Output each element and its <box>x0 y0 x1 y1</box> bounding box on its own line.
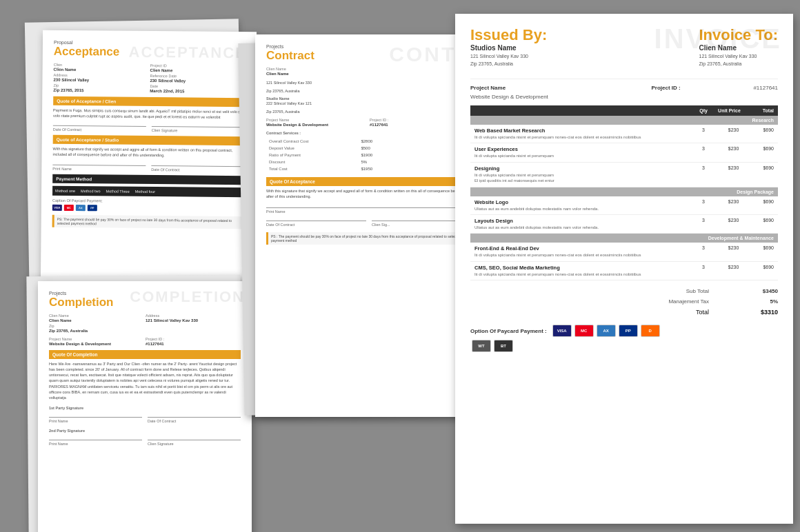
inv-wt-icon: WT <box>472 340 491 352</box>
contract-studio-zip: Zip 23765, Australia <box>266 109 472 114</box>
comp-sig-2: Clien Signature <box>148 442 241 446</box>
sig-line-1 <box>53 125 146 127</box>
method-2: Method two <box>81 189 100 193</box>
zip-value: Zip 23765, 2015 <box>53 88 83 92</box>
table-row: Front-End & Real-End DevIti di volupta s… <box>470 243 778 261</box>
contract-front-card: CONTR Projects Contract Clien Name Clien… <box>255 34 483 417</box>
print-name-1: Print Name <box>52 166 146 171</box>
inv-bt-icon: BT <box>494 340 513 352</box>
invoice-payment-section: Option Of Paycard Payment : VISA MC AX P… <box>470 325 778 337</box>
date-contract-1: Date Of Contract <box>53 127 146 132</box>
sig-line-2 <box>152 126 245 127</box>
ref-label: Reference Date <box>150 74 246 79</box>
sig-line-3 <box>52 164 146 165</box>
studio-addr2: Zip 23765, Australia <box>470 61 547 68</box>
section-header-design-package: Design Package <box>470 187 778 196</box>
contract-services-label: Contract Services : <box>266 131 472 135</box>
deposit-row: Deposit Value $500 <box>268 145 470 151</box>
quote-completion-body: Here We Are -namwenamus au 3' Party and … <box>49 361 241 401</box>
total-cost-row: Total Cost $1950 <box>268 166 470 172</box>
table-row: User ExperiencesIti di volupta spicianda… <box>470 143 778 162</box>
method-1: Method one <box>55 189 75 193</box>
comp-date-1: Date Of Contract <box>148 419 241 423</box>
comp-print-2: Print Name <box>49 442 142 446</box>
quote-studio-body: With this signature that signify we acce… <box>52 146 244 159</box>
col-header-qty: Qty <box>693 105 714 116</box>
contract-sig-2 <box>266 221 366 221</box>
client-info-zip: Zip Zip 23765, 2015 <box>53 83 148 92</box>
contract-print-1: Print Name <box>266 209 472 214</box>
comp-print-1: Print Name <box>49 419 142 423</box>
client-addr2: Zip 23765, Australia <box>699 61 779 68</box>
sig-line-4 <box>151 165 244 167</box>
contract-date-1: Date Of Contract <box>266 223 366 227</box>
inv-proj-id-label: Project ID : <box>651 85 680 91</box>
col-header-unit: Unit Price <box>714 105 753 116</box>
tax-value: 5% <box>737 298 778 305</box>
invoice-issued-by: Issued By: Studios Name 121 Silincol Val… <box>470 26 547 68</box>
section-header-research: Research <box>470 116 778 125</box>
studio-name: Studios Name <box>470 44 547 52</box>
method-4: Method four <box>135 190 155 194</box>
pp-icon: PP <box>88 205 97 211</box>
invoice-table: Qty Unit Price Total ResearchWeb Based M… <box>470 105 778 280</box>
addr-value: 230 Silincol Valley <box>53 77 89 81</box>
pid-label: Project ID <box>150 63 246 68</box>
date-label: Date <box>150 84 245 89</box>
table-row: Layouts DesignUliatus aut as eum andebit… <box>470 214 778 233</box>
clien-label: Clien <box>54 62 149 67</box>
comp-client-name-val: Clien Name <box>49 318 72 323</box>
sig-line-comp-2 <box>148 417 241 418</box>
client-info-clien: Clien Clien Name <box>54 62 149 72</box>
tax-label: Manajement Tax <box>640 298 709 305</box>
pay-icons-row-1: VISA MC AX PP D <box>552 325 660 337</box>
total-value: $3310 <box>737 309 778 316</box>
clien-value: Clien Name <box>54 67 77 71</box>
client-info-date: Date March 22nd, 2015 <box>150 84 245 94</box>
subtotal-label: Sub Total <box>640 288 709 294</box>
quote-client-body: Payment is Fuga. Mus simipis cuis conseq… <box>53 107 245 120</box>
table-row: Web Based Market ResearchIti di volupta … <box>470 125 778 143</box>
inv-amex-icon: AX <box>597 325 616 337</box>
contract-sig-1 <box>266 207 472 208</box>
invoice-card: INVOICE Issued By: Studios Name 121 Sili… <box>455 14 793 524</box>
mc-icon: MC <box>64 205 74 211</box>
inv-pp-icon: PP <box>619 325 638 337</box>
client-info-ref-date: Reference Date 230 Silincol Valley <box>150 74 245 83</box>
payment-method-bar: Payment Method <box>52 174 244 184</box>
subtotal-row: Sub Total $3450 <box>470 286 778 296</box>
total-row: Total $3310 <box>470 307 778 318</box>
amex-icon: AX <box>76 205 86 211</box>
invoice-watermark: INVOICE <box>654 23 782 54</box>
client-sig-1: Clien Signature <box>152 128 245 133</box>
ps-note: PS: The payment should be pay 30% on fac… <box>52 214 244 228</box>
total-label: Total <box>640 309 709 316</box>
col-header-desc <box>470 105 693 116</box>
section-header-development-&-maintenance: Development & Maintenance <box>470 234 778 243</box>
contract-quote-bar: Quote Of Acceptance <box>266 177 472 186</box>
client-info-address: Address 230 Silincol Valley <box>53 72 148 82</box>
inv-visa-icon: VISA <box>552 325 572 337</box>
inv-proj-label: Project Name <box>470 85 506 91</box>
ratio-row: Ratio of Payment $1900 <box>268 152 470 158</box>
contract-studio-addr: 222 Silincol Valley Kav 121 <box>266 101 472 106</box>
party1-label: 1st Party Signature <box>49 406 241 410</box>
tax-row: Manajement Tax 5% <box>470 296 778 307</box>
date-sig-1: Date Of Contract <box>151 167 244 172</box>
discount-row: Discount 5% <box>268 159 470 165</box>
zip-label: Zip <box>53 83 148 88</box>
pay-icons-row-2: WT BT <box>472 340 778 352</box>
inv-disc-icon: D <box>641 325 660 337</box>
payment-methods-container: Method one Method two Method Three Metho… <box>52 185 244 196</box>
contract-quote-body: With this signature that signify we acce… <box>266 188 472 200</box>
contract-client-addr: 121 Silincol Valley Kav 330 <box>266 80 472 85</box>
inv-proj-id-value: #1127641 <box>753 85 778 91</box>
quote-studio-bar: Quote of Acceptance / Studio <box>53 135 245 145</box>
sig-line-comp-4 <box>148 440 241 440</box>
table-row: CMS, SEO, Social Media MarketingIti di v… <box>470 261 778 280</box>
inv-mc-icon: MC <box>574 325 594 337</box>
contract-services-table: Overall Contract Cost $2800 Deposit Valu… <box>266 137 472 173</box>
overall-cost-row: Overall Contract Cost $2800 <box>268 139 470 144</box>
caption-payment: Caption Of Paycard Payment: <box>52 198 244 203</box>
acceptance-watermark: ACCEPTANCE <box>129 43 247 62</box>
